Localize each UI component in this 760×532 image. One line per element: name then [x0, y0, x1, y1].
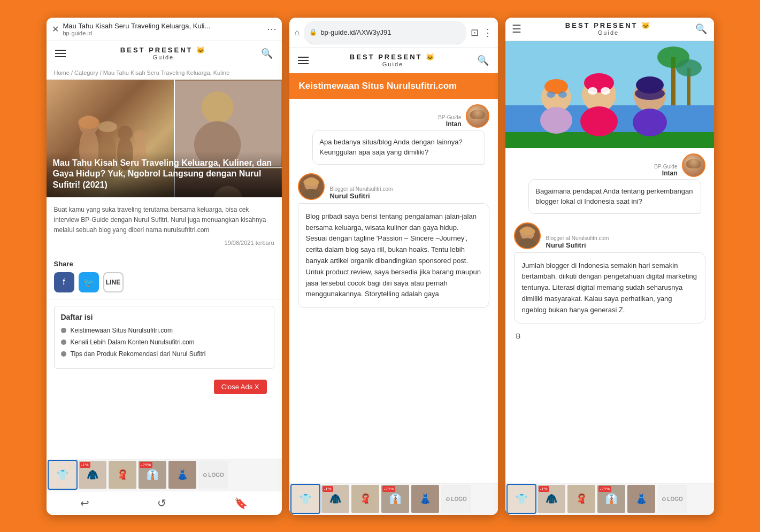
question-block-1: BP-Guide Intan Apa bedanya situs/blog An… [298, 104, 489, 165]
close-ads-button[interactable]: Close Ads X [214, 380, 267, 394]
blogger-avatar-right [514, 222, 541, 249]
ad-item-right-4[interactable]: 👔 -29% [597, 485, 625, 513]
svg-point-11 [202, 91, 234, 124]
search-icon-right[interactable]: 🔍 [695, 23, 707, 35]
ad-banner-mid: 👕 🧥 -1% 🧣 👔 -29% 👗 ⊙ LOGO [289, 483, 498, 515]
phone-mid: ⌂ 🔒 bp-guide.id/AXW3yJ91 ⊡ ⋮ BEST PRESEN… [289, 18, 498, 515]
question-bubble-right-1: Bagaimana pendapat Anda tentang perkemba… [528, 179, 701, 214]
url-text: bp-guide.id/AXW3yJ91 [320, 28, 391, 36]
browser-home-icon[interactable]: ⌂ [295, 28, 300, 37]
url-bar[interactable]: 🔒 bp-guide.id/AXW3yJ91 [304, 21, 466, 44]
interviewer-info: BP-Guide Intan [438, 114, 461, 128]
browser-share-icon[interactable]: ⊡ [471, 27, 479, 38]
nav-refresh-icon[interactable]: ↺ [157, 497, 166, 510]
svg-point-7 [134, 130, 147, 143]
discount-badge-mid-2: -29% [382, 486, 396, 492]
answer-bubble-right-1: Jumlah blogger di Indonesia semakin hari… [514, 252, 705, 324]
intan-face [467, 105, 488, 127]
ad-item-5[interactable]: 👗 [168, 461, 196, 489]
toc-item-3[interactable]: Tips dan Produk Rekomendasi dari Nurul S… [61, 350, 267, 358]
svg-point-8 [78, 116, 99, 129]
answer-block-right-1: Blogger at Nurulsufitri.com Nurul Sufitr… [514, 222, 705, 324]
svg-point-5 [118, 126, 133, 141]
twitter-share-button[interactable]: 🐦 [79, 272, 99, 292]
svg-point-35 [601, 87, 610, 95]
ad-item-right-3[interactable]: 🧣 [567, 485, 595, 513]
browser-bar-left: ✕ Mau Tahu Kisah Seru Traveling Keluarga… [47, 18, 282, 41]
share-label: Share [54, 260, 274, 268]
lock-icon: 🔒 [309, 28, 317, 36]
ad-item-right-5[interactable]: 👗 [627, 485, 655, 513]
ad-item-2[interactable]: 🧥 -1% [79, 461, 106, 489]
toc-dot-3 [61, 351, 66, 357]
browser-right-icons: ⊡ ⋮ [471, 27, 493, 38]
nav-share-icon[interactable]: ↩ [80, 497, 89, 510]
ad-item-right-2[interactable]: 🧥 -1% [538, 485, 565, 513]
hamburger-right[interactable]: ☰ [512, 22, 521, 35]
svg-point-34 [588, 87, 597, 95]
search-icon-mid[interactable]: 🔍 [477, 55, 489, 66]
ad-logo-mid[interactable]: ⊙ LOGO [441, 485, 471, 513]
hamburger-menu-mid[interactable] [298, 57, 309, 64]
search-icon[interactable]: 🔍 [261, 48, 273, 59]
ad-item-right-1[interactable]: 👕 [508, 485, 535, 513]
answer-block-1: Blogger at Nurulsufitri.com Nurul Sufitr… [298, 173, 489, 308]
bottom-nav-left: ↩ ↺ 🔖 [47, 491, 282, 515]
toc-dot-1 [61, 328, 66, 333]
blogger-info-right: Blogger at Nurulsufitri.com Nurul Sufitr… [546, 235, 609, 249]
interviewer-label-right: BP-Guide [654, 164, 677, 169]
question-bubble-1: Apa bedanya situs/blog Anda dengan lainn… [312, 130, 485, 165]
svg-point-9 [98, 121, 117, 132]
blogger-name: Nurul Sufitri [330, 192, 393, 200]
intan-face-right [683, 155, 704, 176]
hero-photo-right [505, 41, 714, 148]
interview-section-right: BP-Guide Intan Bagaimana pendapat Anda t… [505, 148, 714, 346]
ad-item-mid-1[interactable]: 👕 [291, 485, 319, 513]
interviewer-info-right: BP-Guide Intan [654, 164, 677, 177]
content-area-mid[interactable]: Keistimewaan Situs Nurulsufitri.com BP-G… [289, 73, 498, 483]
svg-point-26 [676, 59, 702, 76]
line-share-button[interactable]: LINE [103, 272, 124, 292]
toc-label-3: Tips dan Produk Rekomendasi dari Nurul S… [71, 350, 206, 358]
blogger-header: Blogger at Nurulsufitri.com Nurul Sufitr… [298, 173, 489, 200]
ad-logo[interactable]: ⊙ LOGO [198, 461, 228, 489]
content-area-right[interactable]: BP-Guide Intan Bagaimana pendapat Anda t… [505, 148, 714, 483]
discount-badge-right-1: -1% [539, 486, 549, 492]
ad-item-mid-2[interactable]: 🧥 -1% [321, 485, 349, 513]
hero-image: Mau Tahu Kisah Seru Traveling Keluarga, … [47, 80, 282, 197]
svg-rect-22 [505, 132, 714, 148]
nav-bookmark-icon[interactable]: 🔖 [234, 497, 248, 510]
phone-right: ☰ BEST PRESENT 🐱 Guide 🔍 [505, 18, 714, 515]
logo-text-line2: Guide [120, 54, 206, 60]
right-top-bar: ☰ BEST PRESENT 🐱 Guide 🔍 [505, 18, 714, 41]
svg-point-30 [558, 91, 567, 98]
question-block-right-1: BP-Guide Intan Bagaimana pendapat Anda t… [514, 153, 705, 214]
ad-item-mid-3[interactable]: 🧣 [351, 485, 379, 513]
tab-title: Mau Tahu Kisah Seru Traveling Keluarga, … [63, 22, 263, 30]
question-bubble-wrapper-right: Bagaimana pendapat Anda tentang perkemba… [514, 179, 705, 214]
toc-item-2[interactable]: Kenali Lebih Dalam Konten Nurulsufitri.c… [61, 338, 267, 346]
browser-more-icon[interactable]: ⋯ [267, 23, 277, 35]
interviewer-name-right: Intan [654, 169, 677, 177]
ad-item-3[interactable]: 🧣 [109, 461, 136, 489]
phone-left: ✕ Mau Tahu Kisah Seru Traveling Keluarga… [47, 18, 282, 515]
ad-item-mid-5[interactable]: 👗 [411, 485, 439, 513]
browser-more-icon-mid[interactable]: ⋮ [483, 27, 493, 38]
ad-logo-right[interactable]: ⊙ LOGO [657, 485, 687, 513]
svg-point-39 [635, 87, 665, 100]
hamburger-menu[interactable] [55, 50, 66, 57]
browser-close-icon[interactable]: ✕ [52, 24, 59, 34]
logo-text-right: BEST PRESENT 🐱 [565, 22, 651, 29]
interviewer-row-right: BP-Guide Intan [514, 153, 705, 177]
ad-item-1[interactable]: 👕 [49, 461, 76, 489]
svg-point-29 [547, 91, 555, 98]
ad-item-mid-4[interactable]: 👔 -29% [381, 485, 409, 513]
content-area-left[interactable]: Mau Tahu Kisah Seru Traveling Keluarga, … [47, 80, 282, 459]
article-date: 19/08/2021 terbaru [54, 240, 274, 246]
hero-title: Mau Tahu Kisah Seru Traveling Keluarga, … [53, 158, 275, 191]
toc-item-1[interactable]: Keistimewaan Situs Nurulsufitri.com [61, 327, 267, 334]
orange-banner: Keistimewaan Situs Nurulsufitri.com [289, 73, 498, 99]
facebook-share-button[interactable]: f [54, 272, 74, 292]
ad-item-4[interactable]: 👔 -29% [139, 461, 166, 489]
interview-section-mid: BP-Guide Intan Apa bedanya situs/blog An… [289, 99, 498, 322]
